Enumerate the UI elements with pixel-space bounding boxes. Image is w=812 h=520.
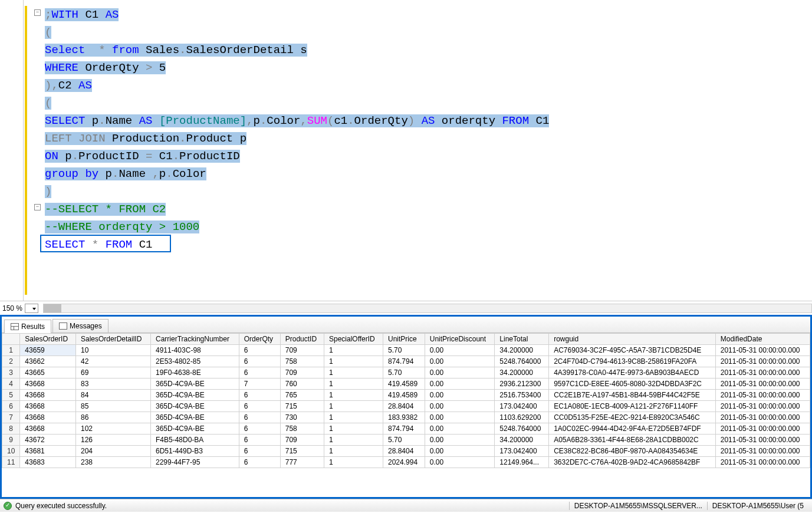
table-cell[interactable]: 1 bbox=[324, 423, 383, 435]
table-cell[interactable]: 715 bbox=[280, 401, 324, 412]
table-cell[interactable]: 0.00 bbox=[425, 356, 495, 367]
table-cell[interactable]: 102 bbox=[76, 423, 151, 435]
table-cell[interactable]: 5248.764000 bbox=[495, 423, 549, 435]
table-cell[interactable]: 1 bbox=[324, 390, 383, 401]
column-header[interactable]: rowguid bbox=[549, 334, 716, 345]
table-cell[interactable]: 758 bbox=[280, 356, 324, 367]
table-row[interactable]: 843668102365D-4C9A-BE67581874.7940.00524… bbox=[2, 423, 810, 435]
table-cell[interactable]: 0.00 bbox=[425, 345, 495, 356]
table-cell[interactable]: 365D-4C9A-BE bbox=[151, 401, 239, 412]
table-cell[interactable]: 1 bbox=[324, 435, 383, 446]
code-line[interactable]: ),C2 AS bbox=[45, 77, 812, 94]
tab-messages[interactable]: Messages bbox=[52, 319, 109, 333]
table-cell[interactable]: 6 bbox=[239, 457, 280, 468]
table-cell[interactable]: 6 bbox=[239, 367, 280, 379]
table-cell[interactable]: 1A0C02EC-9944-4D42-9F4A-E72D5EB74FDF bbox=[549, 423, 716, 435]
table-cell[interactable]: 42 bbox=[76, 356, 151, 367]
table-cell[interactable]: 0.00 bbox=[425, 401, 495, 412]
code-line[interactable]: WHERE OrderQty > 5 bbox=[45, 59, 812, 77]
table-cell[interactable]: 2011-05-31 00:00:00.000 bbox=[715, 401, 810, 412]
column-header[interactable]: UnitPriceDiscount bbox=[425, 334, 495, 345]
table-row[interactable]: 44366883365D-4C9A-BE77601419.45890.00293… bbox=[2, 379, 810, 390]
horizontal-scrollbar[interactable] bbox=[43, 304, 812, 313]
table-row[interactable]: 10436812046D51-449D-B36715128.84040.0017… bbox=[2, 446, 810, 457]
table-cell[interactable]: 6 bbox=[239, 435, 280, 446]
table-cell[interactable]: 1 bbox=[324, 367, 383, 379]
column-header[interactable]: OrderQty bbox=[239, 334, 280, 345]
tab-results[interactable]: Results bbox=[4, 320, 51, 333]
table-cell[interactable]: 715 bbox=[280, 446, 324, 457]
table-cell[interactable]: 6 bbox=[239, 356, 280, 367]
table-cell[interactable]: 874.794 bbox=[383, 423, 425, 435]
table-cell[interactable]: CC2E1B7E-A197-45B1-8B44-59BF44C42F5E bbox=[549, 390, 716, 401]
table-cell[interactable]: 2516.753400 bbox=[495, 390, 549, 401]
table-cell[interactable]: 2011-05-31 00:00:00.000 bbox=[715, 457, 810, 468]
table-cell[interactable]: 183.9382 bbox=[383, 412, 425, 423]
table-cell[interactable]: 69 bbox=[76, 367, 151, 379]
table-cell[interactable]: 365D-4C9A-BE bbox=[151, 390, 239, 401]
table-cell[interactable]: 126 bbox=[76, 435, 151, 446]
table-cell[interactable]: 2011-05-31 00:00:00.000 bbox=[715, 446, 810, 457]
table-cell[interactable]: 34.200000 bbox=[495, 435, 549, 446]
code-line[interactable]: SELECT p.Name AS [ProductName],p.Color,S… bbox=[45, 112, 812, 130]
table-cell[interactable]: 85 bbox=[76, 401, 151, 412]
table-cell[interactable]: 419.4589 bbox=[383, 379, 425, 390]
table-cell[interactable]: 1 bbox=[324, 446, 383, 457]
table-cell[interactable]: 238 bbox=[76, 457, 151, 468]
column-header[interactable]: SalesOrderDetailID bbox=[76, 334, 151, 345]
table-cell[interactable]: 709 bbox=[280, 367, 324, 379]
table-row[interactable]: 54366884365D-4C9A-BE67651419.45890.00251… bbox=[2, 390, 810, 401]
table-cell[interactable]: 34.200000 bbox=[495, 345, 549, 356]
table-cell[interactable]: 0.00 bbox=[425, 446, 495, 457]
table-row[interactable]: 943672126F4B5-48D0-BA670915.700.0034.200… bbox=[2, 435, 810, 446]
table-cell[interactable]: 0.00 bbox=[425, 379, 495, 390]
table-cell[interactable]: 709 bbox=[280, 435, 324, 446]
table-cell[interactable]: 765 bbox=[280, 390, 324, 401]
table-cell[interactable]: 2299-44F7-95 bbox=[151, 457, 239, 468]
table-cell[interactable]: 3632DE7C-C76A-402B-9AD2-4CA9685842BF bbox=[549, 457, 716, 468]
table-cell[interactable]: 43672 bbox=[20, 435, 76, 446]
table-cell[interactable]: 9597C1CD-E8EE-4605-8080-32D4DBDA3F2C bbox=[549, 379, 716, 390]
table-cell[interactable]: 43665 bbox=[20, 367, 76, 379]
code-line[interactable]: ( bbox=[45, 24, 812, 41]
table-cell[interactable]: 83 bbox=[76, 379, 151, 390]
table-cell[interactable]: 0.00 bbox=[425, 457, 495, 468]
table-cell[interactable]: CE38C822-BC86-4B0F-9870-AA084354634E bbox=[549, 446, 716, 457]
table-cell[interactable]: 28.8404 bbox=[383, 401, 425, 412]
table-cell[interactable]: 43683 bbox=[20, 457, 76, 468]
table-cell[interactable]: 6 bbox=[239, 423, 280, 435]
table-cell[interactable]: 173.042400 bbox=[495, 446, 549, 457]
table-row[interactable]: 74366886365D-4C9A-BE67301183.93820.00110… bbox=[2, 412, 810, 423]
table-cell[interactable]: 2011-05-31 00:00:00.000 bbox=[715, 423, 810, 435]
table-cell[interactable]: 5.70 bbox=[383, 435, 425, 446]
fold-toggle-2[interactable]: − bbox=[34, 204, 41, 210]
table-cell[interactable]: 43668 bbox=[20, 412, 76, 423]
table-cell[interactable]: 365D-4C9A-BE bbox=[151, 379, 239, 390]
code-text-area[interactable]: ;WITH C1 AS(Select * from Sales.SalesOrd… bbox=[42, 0, 812, 301]
code-line[interactable]: ( bbox=[45, 94, 812, 112]
fold-toggle-1[interactable]: − bbox=[34, 9, 41, 16]
scroll-thumb[interactable] bbox=[44, 304, 61, 312]
table-cell[interactable]: 2C4F704D-C794-4613-9C8B-258619FA20FA bbox=[549, 356, 716, 367]
table-cell[interactable]: 1 bbox=[324, 457, 383, 468]
table-cell[interactable]: 777 bbox=[280, 457, 324, 468]
table-cell[interactable]: 1 bbox=[324, 356, 383, 367]
table-cell[interactable]: 5248.764000 bbox=[495, 356, 549, 367]
table-cell[interactable]: F4B5-48D0-BA bbox=[151, 435, 239, 446]
table-cell[interactable]: 4911-403C-98 bbox=[151, 345, 239, 356]
table-cell[interactable]: 874.794 bbox=[383, 356, 425, 367]
table-row[interactable]: 243662422E53-4802-8567581874.7940.005248… bbox=[2, 356, 810, 367]
table-cell[interactable]: 10 bbox=[76, 345, 151, 356]
results-grid[interactable]: SalesOrderIDSalesOrderDetailIDCarrierTra… bbox=[2, 333, 810, 497]
table-cell[interactable]: 6 bbox=[239, 401, 280, 412]
table-cell[interactable]: 34.200000 bbox=[495, 367, 549, 379]
table-cell[interactable]: 12149.964... bbox=[495, 457, 549, 468]
table-cell[interactable]: 2011-05-31 00:00:00.000 bbox=[715, 412, 810, 423]
table-cell[interactable]: 2011-05-31 00:00:00.000 bbox=[715, 356, 810, 367]
table-cell[interactable]: 1 bbox=[324, 345, 383, 356]
table-cell[interactable]: A05A6B28-3361-4F44-8E68-28A1CDBB002C bbox=[549, 435, 716, 446]
table-cell[interactable]: 86 bbox=[76, 412, 151, 423]
column-header[interactable]: LineTotal bbox=[495, 334, 549, 345]
table-cell[interactable]: 365D-4C9A-BE bbox=[151, 412, 239, 423]
table-cell[interactable]: 6 bbox=[239, 412, 280, 423]
